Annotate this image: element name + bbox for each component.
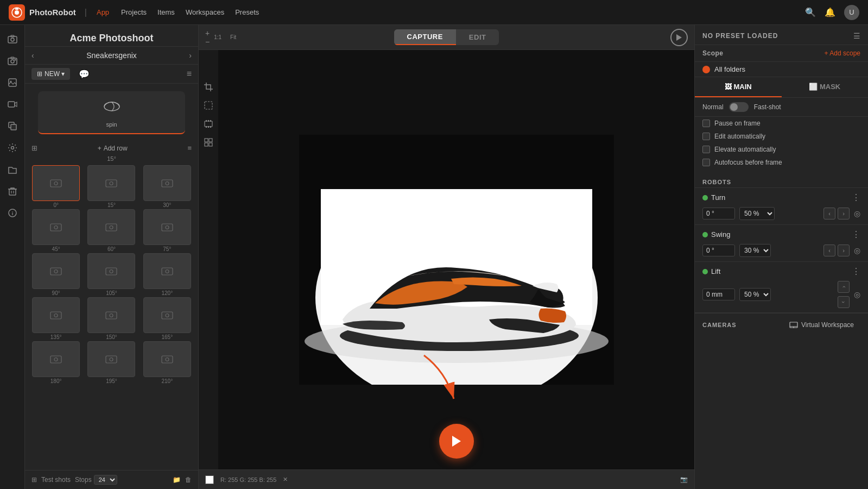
- lift-robot-more-icon[interactable]: ⋮: [852, 266, 860, 277]
- lift-percent-select[interactable]: 50 %25 %75 %: [739, 288, 771, 301]
- capture-tab[interactable]: CAPTURE: [394, 29, 456, 45]
- thumb-row: 90° 105° 120°: [29, 253, 194, 296]
- sidebar-camera2-btn[interactable]: [3, 51, 22, 71]
- lift-mm-input[interactable]: [702, 289, 735, 300]
- sidebar-image-btn[interactable]: [3, 73, 22, 92]
- normal-fastshot-toggle[interactable]: [729, 102, 749, 112]
- new-button[interactable]: ⊞ NEW ▾: [31, 68, 70, 80]
- lift-robot-title: Lift ⋮: [702, 266, 860, 277]
- turn-degree-input[interactable]: [702, 208, 735, 220]
- main-tab[interactable]: 🖼 MAIN: [695, 77, 782, 97]
- toggle-knob: [730, 103, 738, 111]
- nav-items[interactable]: Items: [157, 8, 175, 16]
- turn-prev-arrow[interactable]: ‹: [823, 208, 835, 220]
- turn-next-arrow[interactable]: ›: [838, 208, 850, 220]
- thumb-15[interactable]: [87, 165, 135, 201]
- lift-target-icon[interactable]: ◎: [854, 290, 860, 299]
- turn-target-icon[interactable]: ◎: [854, 209, 860, 218]
- folder-icon[interactable]: 📁: [173, 476, 181, 484]
- lift-up-arrow[interactable]: ›: [838, 281, 850, 293]
- logo[interactable]: PhotoRobot | App: [9, 4, 109, 21]
- thumb-135[interactable]: [32, 297, 80, 333]
- add-row-button[interactable]: + Add row: [98, 145, 128, 152]
- thumb-150[interactable]: [87, 297, 135, 333]
- sidebar-settings-btn[interactable]: [3, 138, 22, 158]
- spin-view[interactable]: spin: [38, 91, 185, 134]
- delete-icon[interactable]: 🗑: [185, 476, 192, 484]
- thumb-165[interactable]: [143, 297, 191, 333]
- play-fab-button[interactable]: [439, 424, 474, 459]
- thumb-180[interactable]: [32, 341, 80, 377]
- svg-rect-48: [106, 356, 117, 363]
- elevate-automatically-checkbox[interactable]: [702, 146, 710, 153]
- nav-prev-arrow[interactable]: ‹: [31, 51, 34, 60]
- sidebar-info-btn[interactable]: i: [3, 203, 22, 223]
- nav-presets[interactable]: Presets: [235, 8, 259, 16]
- turn-nav-arrows: ‹ ›: [823, 208, 850, 220]
- test-shots-icon: ⊞: [31, 476, 37, 484]
- notification-icon[interactable]: 🔔: [825, 7, 835, 17]
- stops-select[interactable]: 241236: [94, 475, 117, 485]
- sidebar-video-btn[interactable]: [3, 95, 22, 114]
- thumb-0[interactable]: [32, 165, 80, 201]
- swing-target-icon[interactable]: ◎: [854, 246, 860, 255]
- mask-tab[interactable]: ⬜ MASK: [782, 77, 869, 97]
- thumb-195[interactable]: [87, 341, 135, 377]
- cameras-label: CAMERAS: [702, 322, 737, 328]
- edit-tab[interactable]: EDIT: [456, 29, 499, 45]
- fit-label[interactable]: Fit: [230, 34, 236, 40]
- play-round-button[interactable]: [670, 29, 688, 46]
- user-avatar[interactable]: U: [844, 5, 859, 20]
- thumb-label-165: 165°: [161, 334, 173, 340]
- virtual-workspace-button[interactable]: Virtual Workspace: [783, 318, 860, 332]
- thumb-210[interactable]: [143, 341, 191, 377]
- sidebar-trash-btn[interactable]: [3, 181, 22, 201]
- thumb-cell: 105°: [85, 253, 138, 296]
- grid-options-icon[interactable]: ≡: [187, 144, 192, 152]
- thumb-30[interactable]: [143, 165, 191, 201]
- camera-capture-icon[interactable]: 📷: [680, 476, 688, 482]
- thumb-90[interactable]: [32, 253, 80, 289]
- frame-icon[interactable]: [201, 98, 216, 113]
- edit-automatically-checkbox[interactable]: [702, 133, 710, 140]
- search-icon[interactable]: 🔍: [805, 7, 816, 17]
- sidebar-folder-btn[interactable]: [3, 160, 22, 179]
- svg-point-51: [166, 358, 169, 361]
- swing-next-arrow[interactable]: ›: [838, 244, 850, 256]
- panel-menu-icon[interactable]: ☰: [853, 32, 860, 40]
- thumb-105[interactable]: [87, 253, 135, 289]
- zoom-out-icon[interactable]: −: [205, 38, 210, 46]
- nav-workspaces[interactable]: Workspaces: [186, 8, 224, 16]
- thumb-row: 45° 60° 75°: [29, 209, 194, 252]
- thumb-45[interactable]: [32, 209, 80, 245]
- add-scope-button[interactable]: + Add scope: [825, 49, 860, 57]
- filmstrip-icon[interactable]: [201, 116, 216, 131]
- crop-icon[interactable]: [201, 79, 216, 95]
- swing-robot-more-icon[interactable]: ⋮: [852, 229, 860, 240]
- list-options-icon[interactable]: ≡: [187, 69, 192, 79]
- grid-icon[interactable]: [201, 135, 216, 150]
- thumb-75[interactable]: [143, 209, 191, 245]
- close-color-icon[interactable]: ✕: [283, 476, 288, 483]
- sidebar-layers-btn[interactable]: [3, 116, 22, 136]
- swing-prev-arrow[interactable]: ‹: [823, 244, 835, 256]
- lift-down-arrow[interactable]: ›: [838, 296, 850, 308]
- turn-robot-more-icon[interactable]: ⋮: [852, 192, 860, 203]
- sidebar-camera-btn[interactable]: [3, 29, 22, 49]
- thumb-120[interactable]: [143, 253, 191, 289]
- thumb-60[interactable]: [87, 209, 135, 245]
- swing-degree-input[interactable]: [702, 244, 735, 256]
- pause-on-frame-checkbox[interactable]: [702, 120, 710, 127]
- turn-percent-select[interactable]: 50 %25 %75 %100 %: [739, 207, 775, 220]
- svg-rect-30: [106, 224, 117, 231]
- thumb-row: 135° 150° 165°: [29, 297, 194, 340]
- autofocus-before-frame-checkbox[interactable]: [702, 159, 710, 166]
- all-folders-radio[interactable]: [702, 66, 710, 73]
- swing-percent-select[interactable]: 30 %25 %50 %75 %: [739, 244, 771, 257]
- nav-next-arrow[interactable]: ›: [189, 51, 192, 60]
- comment-icon[interactable]: 💬: [79, 69, 90, 79]
- add-row-icon[interactable]: ⊞: [31, 144, 37, 152]
- zoom-in-icon[interactable]: +: [205, 29, 210, 37]
- stops-control: Stops 241236: [75, 475, 117, 485]
- nav-projects[interactable]: Projects: [121, 8, 147, 16]
